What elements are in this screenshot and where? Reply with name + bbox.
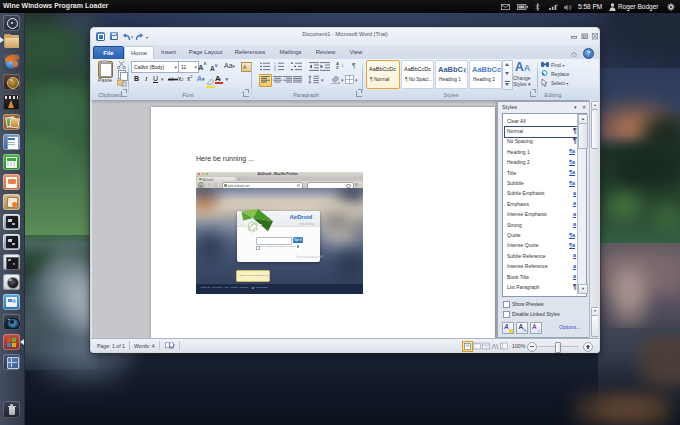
- svg-text:3: 3: [274, 68, 276, 71]
